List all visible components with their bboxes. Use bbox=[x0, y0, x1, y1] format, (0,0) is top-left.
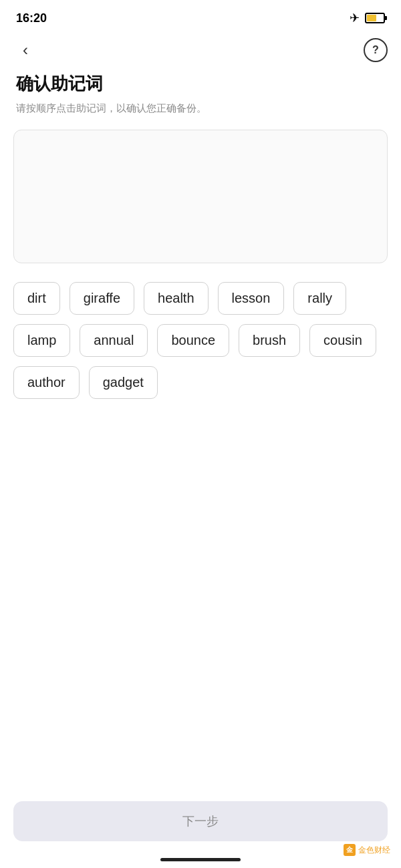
help-button[interactable]: ? bbox=[364, 38, 388, 62]
watermark-text: 金色财经 bbox=[358, 845, 390, 856]
bottom-section: 下一步 bbox=[0, 801, 401, 841]
battery-fill bbox=[367, 15, 376, 21]
status-time: 16:20 bbox=[16, 11, 47, 25]
back-button[interactable]: ‹ bbox=[13, 38, 37, 62]
word-chip-lesson[interactable]: lesson bbox=[218, 282, 285, 315]
page-title: 确认助记词 bbox=[16, 72, 385, 96]
page-subtitle: 请按顺序点击助记词，以确认您正确备份。 bbox=[16, 101, 385, 116]
word-chip-bounce[interactable]: bounce bbox=[157, 324, 229, 357]
word-chip-lamp[interactable]: lamp bbox=[13, 324, 70, 357]
airplane-icon: ✈ bbox=[350, 11, 360, 25]
word-chip-author[interactable]: author bbox=[13, 366, 80, 399]
word-chip-cousin[interactable]: cousin bbox=[309, 324, 376, 357]
watermark: 金 金色财经 bbox=[344, 844, 390, 856]
status-icons: ✈ bbox=[350, 11, 385, 25]
words-container: dirtgiraffehealthlessonrallylampannualbo… bbox=[0, 282, 401, 399]
watermark-icon: 金 bbox=[344, 844, 356, 856]
page-header: 确认助记词 请按顺序点击助记词，以确认您正确备份。 bbox=[0, 67, 401, 130]
word-chip-rally[interactable]: rally bbox=[293, 282, 346, 315]
next-button[interactable]: 下一步 bbox=[13, 801, 388, 841]
home-indicator bbox=[160, 858, 241, 861]
word-chip-health[interactable]: health bbox=[144, 282, 209, 315]
word-chip-dirt[interactable]: dirt bbox=[13, 282, 60, 315]
word-chip-giraffe[interactable]: giraffe bbox=[70, 282, 134, 315]
nav-bar: ‹ ? bbox=[0, 33, 401, 67]
selection-box bbox=[13, 130, 388, 263]
battery-icon bbox=[365, 13, 385, 23]
word-chip-brush[interactable]: brush bbox=[239, 324, 300, 357]
word-chip-annual[interactable]: annual bbox=[80, 324, 148, 357]
word-chip-gadget[interactable]: gadget bbox=[89, 366, 158, 399]
status-bar: 16:20 ✈ bbox=[0, 0, 401, 33]
